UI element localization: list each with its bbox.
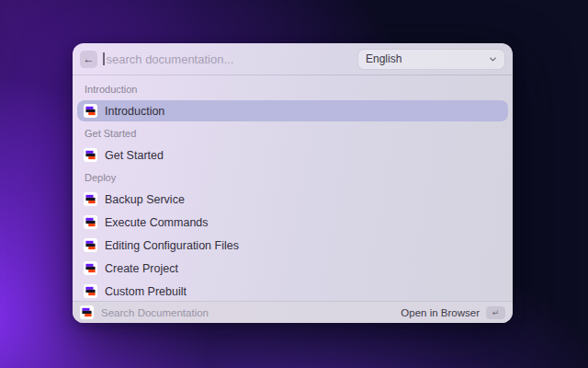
section-label: Introduction bbox=[85, 84, 501, 96]
search-header: ← English bbox=[73, 43, 513, 75]
language-dropdown[interactable]: English bbox=[357, 49, 505, 70]
result-item[interactable]: Execute Commands bbox=[77, 212, 508, 233]
chevron-down-icon bbox=[489, 55, 497, 63]
open-in-browser-button[interactable]: Open in Browser ↵ bbox=[401, 306, 505, 319]
result-item[interactable]: Get Started bbox=[77, 144, 508, 166]
section-items: Get Started bbox=[77, 144, 508, 166]
search-documentation-modal: ← English Introduction Introduction bbox=[73, 43, 513, 323]
enter-key-hint: ↵ bbox=[486, 306, 505, 319]
result-item-label: Execute Commands bbox=[105, 216, 209, 229]
zeabur-logo-icon bbox=[84, 104, 97, 118]
result-section: Get Started Get Started bbox=[77, 128, 508, 166]
results-list: Introduction Introduction Get Started Ge… bbox=[73, 75, 513, 302]
result-item-label: Get Started bbox=[105, 149, 164, 162]
zeabur-logo-icon bbox=[84, 238, 97, 252]
zeabur-logo-icon bbox=[80, 305, 94, 319]
result-item-label: Editing Configuration Files bbox=[105, 239, 239, 252]
modal-footer: Search Documentation Open in Browser ↵ bbox=[73, 301, 513, 323]
result-item-label: Introduction bbox=[105, 105, 164, 118]
zeabur-logo-icon bbox=[84, 148, 97, 162]
result-item-label: Backup Service bbox=[105, 193, 185, 206]
language-dropdown-value: English bbox=[366, 52, 401, 65]
result-item[interactable]: Introduction bbox=[77, 100, 508, 121]
result-item-label: Create Project bbox=[105, 262, 178, 275]
zeabur-logo-icon bbox=[84, 215, 97, 229]
result-section: Deploy Backup Service Execute Commands bbox=[77, 172, 508, 302]
back-arrow-icon: ← bbox=[84, 52, 95, 65]
section-label: Deploy bbox=[85, 172, 501, 184]
open-in-browser-label: Open in Browser bbox=[401, 307, 480, 318]
back-button[interactable]: ← bbox=[80, 51, 97, 68]
result-section: Introduction Introduction bbox=[77, 84, 508, 121]
section-label: Get Started bbox=[85, 128, 501, 140]
result-item-label: Custom Prebuilt bbox=[105, 285, 187, 298]
zeabur-logo-icon bbox=[84, 192, 97, 206]
footer-label: Search Documentation bbox=[101, 307, 209, 318]
result-item[interactable]: Editing Configuration Files bbox=[77, 235, 508, 256]
result-item[interactable]: Backup Service bbox=[77, 189, 508, 210]
section-items: Introduction bbox=[77, 100, 508, 121]
result-item[interactable]: Create Project bbox=[77, 258, 508, 279]
result-item[interactable]: Custom Prebuilt bbox=[77, 281, 508, 302]
search-input[interactable] bbox=[105, 52, 358, 66]
zeabur-logo-icon bbox=[84, 284, 97, 298]
zeabur-logo-icon bbox=[84, 261, 97, 275]
section-items: Backup Service Execute Commands Editing … bbox=[77, 189, 508, 302]
